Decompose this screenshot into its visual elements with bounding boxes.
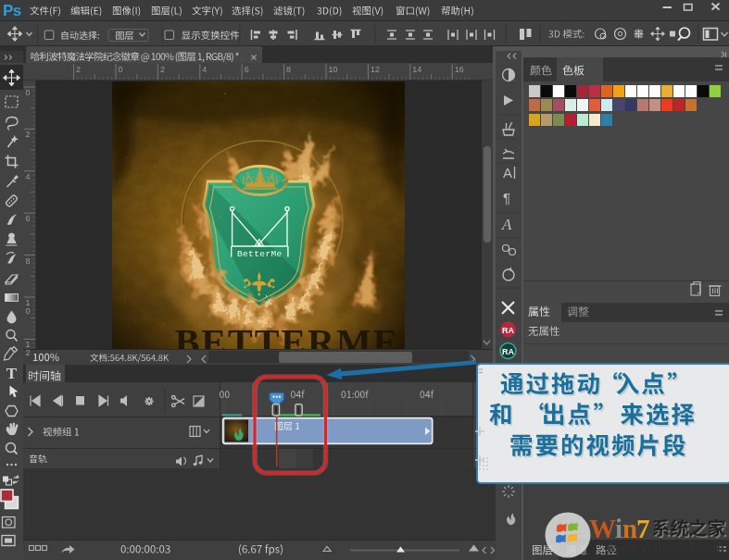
svg-text:0: 0: [26, 88, 31, 97]
svg-text:RA: RA: [502, 326, 514, 335]
svg-text:RA: RA: [502, 347, 514, 356]
svg-text:2: 2: [160, 65, 165, 74]
svg-text:¶: ¶: [503, 190, 510, 205]
svg-text:A: A: [501, 216, 512, 233]
svg-text:8: 8: [286, 65, 291, 74]
svg-text:0: 0: [26, 306, 31, 316]
svg-text:T: T: [6, 365, 18, 382]
svg-text:6: 6: [26, 214, 31, 223]
svg-text:Ps: Ps: [3, 2, 21, 19]
svg-text:2: 2: [26, 130, 31, 139]
svg-text:16: 16: [455, 65, 464, 74]
svg-text:2: 2: [26, 348, 31, 357]
svg-text:8: 8: [26, 256, 31, 266]
svg-text:www.Winwin7.com: www.Winwin7.com: [606, 539, 724, 554]
svg-text:10: 10: [329, 65, 338, 74]
svg-text:A: A: [503, 165, 512, 180]
svg-text:4: 4: [202, 65, 207, 74]
svg-text:12: 12: [371, 65, 380, 74]
svg-text:6: 6: [245, 65, 249, 74]
svg-text:0: 0: [119, 65, 123, 74]
svg-text:4: 4: [26, 172, 31, 181]
svg-text:2: 2: [76, 65, 81, 74]
svg-text:14: 14: [412, 65, 421, 74]
